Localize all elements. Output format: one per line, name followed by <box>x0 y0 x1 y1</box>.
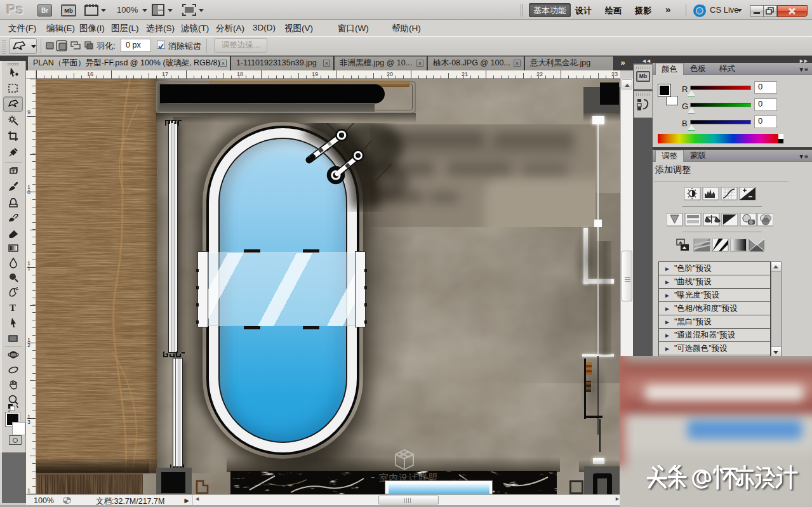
svg-text:T: T <box>10 303 16 313</box>
